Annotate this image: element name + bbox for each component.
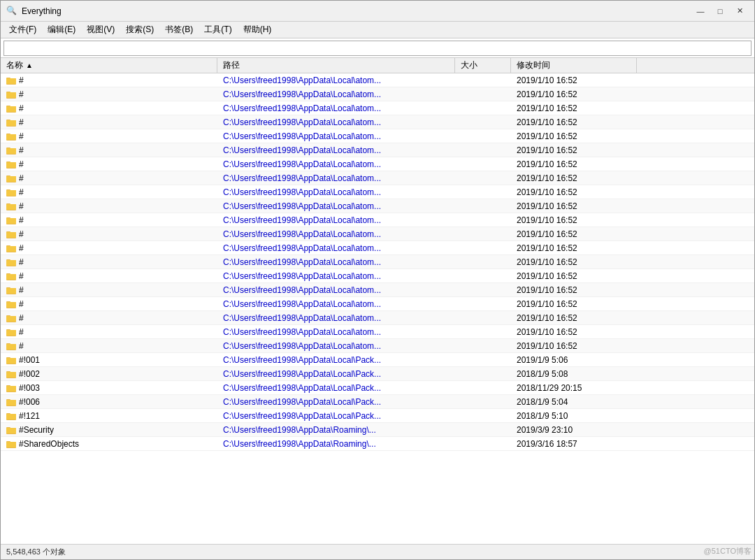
folder-icon	[6, 384, 16, 392]
table-row[interactable]: # C:\Users\freed1998\AppData\Local\atom.…	[1, 171, 754, 185]
col-header-date[interactable]: 修改时间	[511, 58, 637, 73]
cell-name: #	[1, 269, 217, 282]
cell-name: #	[1, 115, 217, 129]
cell-size	[455, 115, 511, 129]
table-row[interactable]: # C:\Users\freed1998\AppData\Local\atom.…	[1, 339, 754, 353]
menu-view[interactable]: 视图(V)	[81, 22, 120, 37]
cell-size	[455, 213, 511, 227]
cell-size	[455, 381, 511, 394]
file-name: #	[19, 89, 24, 99]
folder-icon	[6, 286, 16, 294]
folder-icon	[6, 90, 16, 99]
svg-rect-50	[6, 302, 16, 308]
folder-icon	[6, 244, 16, 252]
table-row[interactable]: #!001 C:\Users\freed1998\AppData\Local\P…	[1, 353, 754, 367]
svg-rect-74	[6, 414, 16, 419]
cell-path: C:\Users\freed1998\AppData\Local\atom...	[217, 199, 455, 213]
folder-icon	[6, 370, 16, 378]
cell-date: 2019/3/16 18:57	[511, 437, 637, 450]
cell-path: C:\Users\freed1998\AppData\Roaming\...	[217, 423, 455, 436]
close-button[interactable]: ✕	[731, 4, 749, 18]
search-input[interactable]	[3, 41, 752, 56]
file-name: #	[19, 271, 24, 281]
folder-icon	[6, 202, 16, 210]
svg-rect-44	[6, 274, 16, 280]
maximize-button[interactable]: □	[711, 4, 729, 18]
col-header-path[interactable]: 路径	[217, 58, 455, 73]
table-row[interactable]: # C:\Users\freed1998\AppData\Local\atom.…	[1, 115, 754, 129]
table-row[interactable]: #!121 C:\Users\freed1998\AppData\Local\P…	[1, 409, 754, 423]
cell-date: 2019/1/9 5:06	[511, 353, 637, 366]
svg-rect-11	[6, 120, 16, 126]
cell-name: #SharedObjects	[1, 437, 217, 450]
table-row[interactable]: # C:\Users\freed1998\AppData\Local\atom.…	[1, 213, 754, 227]
file-name: #	[19, 117, 24, 127]
cell-name: #	[1, 227, 217, 240]
cell-size	[455, 241, 511, 254]
table-row[interactable]: # C:\Users\freed1998\AppData\Local\atom.…	[1, 143, 754, 157]
table-row[interactable]: # C:\Users\freed1998\AppData\Local\atom.…	[1, 325, 754, 339]
cell-path: C:\Users\freed1998\AppData\Local\atom...	[217, 143, 455, 157]
cell-path: C:\Users\freed1998\AppData\Local\atom...	[217, 185, 455, 199]
cell-path: C:\Users\freed1998\AppData\Local\atom...	[217, 227, 455, 240]
cell-name: #	[1, 87, 217, 101]
table-row[interactable]: # C:\Users\freed1998\AppData\Local\atom.…	[1, 101, 754, 115]
cell-path: C:\Users\freed1998\AppData\Local\atom...	[217, 171, 455, 185]
cell-path: C:\Users\freed1998\AppData\Local\atom...	[217, 73, 455, 87]
table-row[interactable]: #SharedObjects C:\Users\freed1998\AppDat…	[1, 437, 754, 451]
title-bar: 🔍 Everything — □ ✕	[1, 1, 754, 22]
cell-name: #!006	[1, 395, 217, 408]
svg-rect-56	[6, 330, 16, 336]
table-row[interactable]: #Security C:\Users\freed1998\AppData\Roa…	[1, 423, 754, 437]
svg-rect-2	[6, 78, 16, 84]
file-name: #	[19, 327, 24, 337]
file-name: #!003	[19, 383, 40, 393]
cell-date: 2018/1/9 5:04	[511, 395, 637, 408]
table-row[interactable]: # C:\Users\freed1998\AppData\Local\atom.…	[1, 283, 754, 297]
menu-help[interactable]: 帮助(H)	[238, 22, 278, 37]
folder-icon	[6, 132, 16, 141]
window-title: Everything	[22, 6, 691, 16]
table-row[interactable]: #!006 C:\Users\freed1998\AppData\Local\P…	[1, 395, 754, 409]
status-count: 5,548,463 个对象	[6, 547, 66, 557]
table-row[interactable]: # C:\Users\freed1998\AppData\Local\atom.…	[1, 227, 754, 241]
file-name: #	[19, 299, 24, 309]
table-row[interactable]: #!002 C:\Users\freed1998\AppData\Local\P…	[1, 367, 754, 381]
cell-name: #	[1, 199, 217, 213]
svg-rect-71	[6, 400, 16, 405]
col-header-size[interactable]: 大小	[455, 58, 511, 73]
cell-path: C:\Users\freed1998\AppData\Local\Pack...	[217, 353, 455, 366]
table-row[interactable]: # C:\Users\freed1998\AppData\Local\atom.…	[1, 73, 754, 87]
cell-date: 2019/1/10 16:52	[511, 297, 637, 310]
folder-icon	[6, 398, 16, 406]
cell-size	[455, 283, 511, 296]
table-row[interactable]: # C:\Users\freed1998\AppData\Local\atom.…	[1, 311, 754, 325]
table-row[interactable]: # C:\Users\freed1998\AppData\Local\atom.…	[1, 297, 754, 311]
menu-search[interactable]: 搜索(S)	[120, 22, 159, 37]
folder-icon	[6, 300, 16, 308]
menu-tools[interactable]: 工具(T)	[199, 22, 237, 37]
table-row[interactable]: # C:\Users\freed1998\AppData\Local\atom.…	[1, 87, 754, 101]
minimize-button[interactable]: —	[691, 4, 710, 18]
svg-rect-20	[6, 162, 16, 168]
table-row[interactable]: # C:\Users\freed1998\AppData\Local\atom.…	[1, 241, 754, 255]
cell-name: #	[1, 157, 217, 171]
menu-file[interactable]: 文件(F)	[3, 22, 42, 37]
cell-path: C:\Users\freed1998\AppData\Local\atom...	[217, 339, 455, 352]
file-name: #	[19, 285, 24, 295]
table-row[interactable]: # C:\Users\freed1998\AppData\Local\atom.…	[1, 157, 754, 171]
col-header-name[interactable]: 名称 ▲	[1, 58, 217, 73]
cell-size	[455, 143, 511, 157]
table-row[interactable]: # C:\Users\freed1998\AppData\Local\atom.…	[1, 185, 754, 199]
table-row[interactable]: # C:\Users\freed1998\AppData\Local\atom.…	[1, 129, 754, 143]
svg-rect-68	[6, 386, 16, 392]
menu-bookmarks[interactable]: 书签(B)	[159, 22, 199, 37]
table-row[interactable]: #!003 C:\Users\freed1998\AppData\Local\P…	[1, 381, 754, 395]
menu-edit[interactable]: 编辑(E)	[42, 22, 81, 37]
table-row[interactable]: # C:\Users\freed1998\AppData\Local\atom.…	[1, 269, 754, 283]
svg-rect-17	[6, 148, 16, 154]
folder-icon	[6, 328, 16, 336]
table-row[interactable]: # C:\Users\freed1998\AppData\Local\atom.…	[1, 199, 754, 213]
svg-rect-14	[6, 134, 16, 140]
table-row[interactable]: # C:\Users\freed1998\AppData\Local\atom.…	[1, 255, 754, 269]
